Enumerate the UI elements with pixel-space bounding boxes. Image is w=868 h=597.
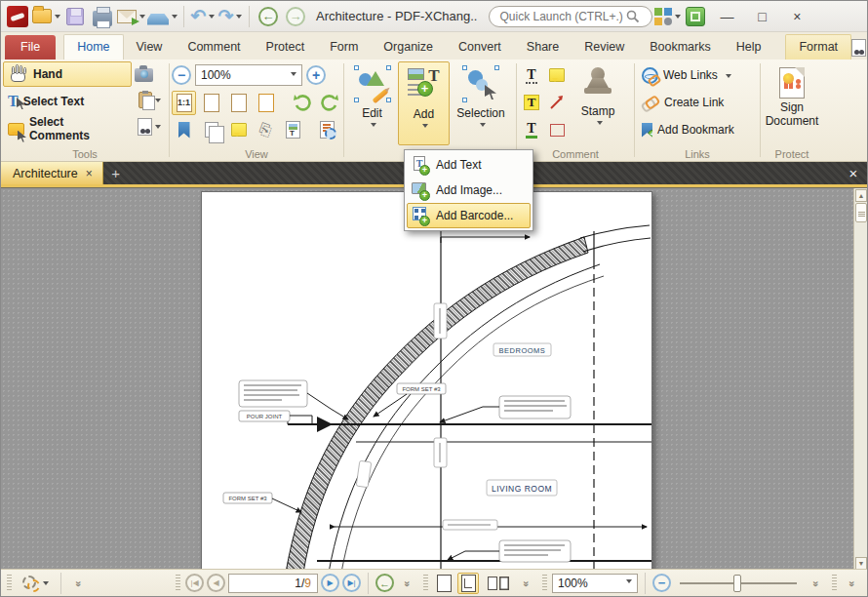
page-number-box[interactable]: 1/9 bbox=[228, 574, 318, 593]
tab-review[interactable]: Review bbox=[572, 35, 637, 60]
tab-home[interactable]: Home bbox=[63, 34, 123, 60]
rotate-cw-button[interactable] bbox=[317, 91, 341, 115]
tab-share[interactable]: Share bbox=[514, 35, 572, 60]
stamp-button[interactable]: Stamp bbox=[570, 61, 626, 145]
tab-form[interactable]: Form bbox=[317, 35, 371, 60]
quick-launch-input[interactable] bbox=[499, 10, 626, 23]
web-links-button[interactable]: Web Links bbox=[637, 61, 758, 89]
menu-item-add-text[interactable]: T+ Add Text bbox=[407, 152, 531, 178]
single-page-layout-button[interactable] bbox=[433, 573, 454, 594]
fullscreen-button[interactable] bbox=[683, 4, 708, 29]
paste-button[interactable] bbox=[132, 88, 167, 112]
properties-pane-button[interactable] bbox=[315, 118, 339, 142]
close-document-button[interactable]: × bbox=[840, 162, 867, 184]
zoom-slider[interactable] bbox=[680, 582, 797, 584]
select-comments-button[interactable]: Select Comments bbox=[3, 116, 132, 141]
history-back-button[interactable]: ← bbox=[256, 4, 281, 29]
zoom-out-button[interactable]: − bbox=[172, 65, 191, 85]
new-tab-button[interactable]: + bbox=[103, 162, 129, 184]
thumbnails-pane-button[interactable] bbox=[199, 118, 223, 142]
tab-comment[interactable]: Comment bbox=[175, 35, 253, 60]
two-page-layout-button[interactable] bbox=[482, 573, 513, 594]
tab-view[interactable]: View bbox=[124, 35, 176, 60]
close-button[interactable]: × bbox=[780, 5, 813, 28]
history-forward-button[interactable]: → bbox=[283, 4, 308, 29]
tab-protect[interactable]: Protect bbox=[254, 35, 318, 60]
scrollbar-thumb[interactable] bbox=[855, 203, 867, 222]
minimize-button[interactable]: — bbox=[710, 5, 743, 28]
find-button[interactable] bbox=[132, 114, 167, 139]
undo-button[interactable]: ↶ bbox=[190, 4, 216, 29]
edit-button[interactable]: Edit bbox=[346, 61, 398, 145]
open-button[interactable] bbox=[32, 4, 60, 29]
redo-button[interactable]: ↷ bbox=[217, 4, 243, 29]
zoom-options-button[interactable]: » bbox=[806, 573, 827, 594]
pdf-page[interactable]: POUR JOINT FORM SET #3 FORM SET #3 bbox=[201, 191, 652, 571]
document-tab-label: Architecture bbox=[13, 167, 78, 180]
menu-item-add-image[interactable]: + Add Image... bbox=[407, 178, 531, 203]
expand-panel-right-button[interactable]: » bbox=[842, 573, 863, 594]
comments-pane-button[interactable] bbox=[226, 118, 251, 142]
content-pane-button[interactable] bbox=[281, 118, 305, 142]
save-button[interactable] bbox=[62, 4, 88, 29]
selection-button[interactable]: Selection bbox=[450, 61, 512, 145]
scan-button[interactable] bbox=[147, 4, 178, 29]
view-history-expand-button[interactable]: » bbox=[397, 573, 418, 594]
hand-tool-button[interactable]: Hand bbox=[3, 61, 132, 87]
status-zoom-combo[interactable]: 100% bbox=[552, 574, 638, 593]
find-document-icon[interactable] bbox=[851, 39, 866, 57]
layout-options-button[interactable]: » bbox=[516, 573, 537, 594]
print-button[interactable] bbox=[90, 4, 115, 29]
sign-document-label: Sign Document bbox=[763, 100, 821, 129]
document-view[interactable]: POUR JOINT FORM SET #3 FORM SET #3 bbox=[1, 187, 867, 571]
tab-file[interactable]: File bbox=[5, 35, 56, 60]
fit-width-button[interactable] bbox=[226, 91, 251, 115]
quick-launch-box[interactable] bbox=[489, 6, 652, 27]
tab-help[interactable]: Help bbox=[724, 35, 774, 60]
menu-item-add-barcode[interactable]: + Add Barcode... bbox=[407, 203, 531, 228]
status-zoom-out-button[interactable]: − bbox=[652, 574, 671, 592]
tab-bookmarks[interactable]: Bookmarks bbox=[637, 35, 724, 60]
typewriter-button[interactable]: T bbox=[520, 63, 544, 88]
app-logo-icon bbox=[5, 4, 30, 29]
status-options-button[interactable] bbox=[17, 573, 54, 594]
web-links-icon bbox=[642, 67, 658, 84]
fit-visible-button[interactable] bbox=[254, 91, 278, 115]
rectangle-annotation-button[interactable] bbox=[545, 118, 570, 142]
sign-document-button[interactable]: Sign Document bbox=[763, 61, 821, 145]
email-button[interactable] bbox=[117, 4, 145, 29]
previous-view-button[interactable]: ← bbox=[375, 574, 394, 592]
create-link-button[interactable]: Create Link bbox=[637, 89, 758, 116]
document-tab-architecture[interactable]: Architecture × bbox=[1, 162, 103, 184]
tab-format[interactable]: Format bbox=[785, 34, 851, 60]
select-text-button[interactable]: T Select Text bbox=[3, 89, 132, 114]
vertical-scrollbar[interactable]: ▲ ▼ bbox=[853, 188, 867, 571]
ribbon-zoom-combo[interactable]: 100% bbox=[195, 64, 302, 86]
zoom-in-button[interactable]: + bbox=[306, 65, 326, 85]
first-page-button[interactable]: |◀ bbox=[185, 574, 204, 592]
last-page-button[interactable]: ▶| bbox=[342, 574, 361, 592]
continuous-layout-button[interactable] bbox=[457, 573, 479, 594]
add-bookmark-button[interactable]: + Add Bookmark bbox=[637, 116, 758, 143]
add-button[interactable]: T + Add bbox=[398, 61, 450, 145]
document-tab-close-icon[interactable]: × bbox=[86, 167, 93, 180]
snapshot-button[interactable] bbox=[132, 61, 156, 86]
previous-page-button[interactable]: ◀ bbox=[207, 574, 225, 592]
scroll-up-icon[interactable]: ▲ bbox=[855, 189, 867, 202]
sticky-note-button[interactable] bbox=[545, 63, 570, 88]
maximize-button[interactable]: □ bbox=[745, 5, 778, 28]
ui-options-button[interactable] bbox=[654, 4, 681, 29]
highlight-text-button[interactable]: T bbox=[520, 91, 544, 115]
expand-panel-left-button[interactable]: » bbox=[68, 573, 90, 594]
zoom-slider-handle[interactable] bbox=[733, 575, 741, 592]
next-page-button[interactable]: ▶ bbox=[321, 574, 339, 592]
attachments-pane-button[interactable]: ⎘ bbox=[254, 118, 278, 142]
rotate-ccw-button[interactable] bbox=[290, 91, 314, 115]
underline-text-button[interactable]: T bbox=[520, 118, 544, 142]
actual-size-button[interactable]: 1:1 bbox=[172, 91, 196, 115]
fit-page-button[interactable] bbox=[199, 91, 223, 115]
tab-organize[interactable]: Organize bbox=[371, 35, 446, 60]
tab-convert[interactable]: Convert bbox=[446, 35, 514, 60]
bookmarks-pane-button[interactable] bbox=[172, 118, 196, 142]
arrow-annotation-button[interactable] bbox=[545, 91, 570, 115]
